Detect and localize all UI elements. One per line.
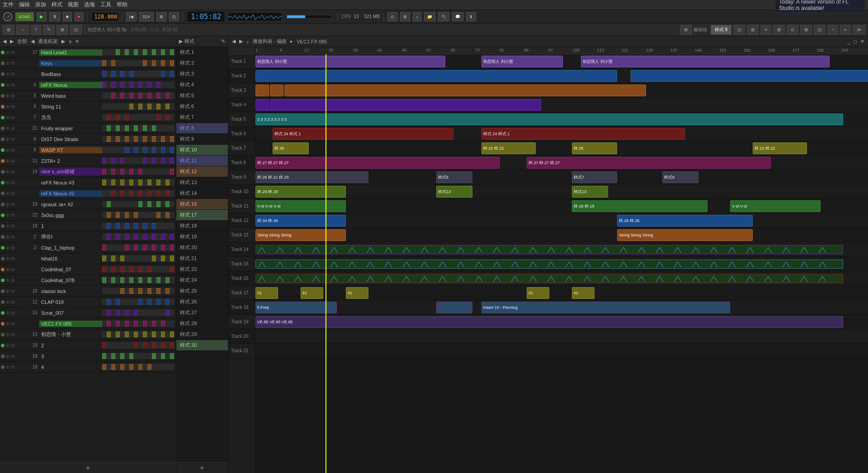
track-block[interactable]: 样.25 [572, 142, 617, 154]
beat-pad[interactable] [152, 353, 156, 359]
channel-name[interactable]: Weird bass [39, 93, 102, 99]
beat-pad[interactable] [143, 212, 147, 218]
beat-pad[interactable] [107, 342, 111, 348]
track-row[interactable]: 样.26 样.21 样.33样式6样式7样式6 [255, 170, 868, 184]
beat-pad[interactable] [129, 364, 133, 370]
beat-pad[interactable] [134, 245, 138, 251]
beat-pad[interactable] [170, 201, 174, 207]
beat-pad[interactable] [120, 201, 124, 207]
beat-pad[interactable] [134, 147, 138, 153]
beat-pad[interactable] [111, 147, 115, 153]
beat-pad[interactable] [165, 71, 170, 77]
beat-pad[interactable] [170, 353, 174, 359]
track-block[interactable]: 样.18 样.19 [572, 200, 708, 212]
beat-pad[interactable] [138, 364, 142, 370]
beat-pad[interactable] [129, 266, 133, 272]
beat-pad[interactable] [156, 342, 160, 348]
beat-pad[interactable] [125, 125, 129, 131]
beat-pad[interactable] [125, 277, 129, 283]
beat-pad[interactable] [138, 288, 142, 294]
pattern-item[interactable]: 样式 2 [176, 58, 228, 69]
beat-pad[interactable] [111, 331, 115, 337]
channel-pads[interactable] [102, 180, 175, 185]
menu-tools[interactable]: 工具 [100, 1, 111, 9]
channel-pads[interactable] [102, 147, 175, 153]
beat-pad[interactable] [116, 104, 120, 109]
track-block[interactable]: fi Freq [255, 302, 337, 313]
beat-pad[interactable] [170, 93, 174, 99]
record-button[interactable]: ● [75, 12, 84, 21]
beat-pad[interactable] [138, 255, 142, 261]
pattern-item[interactable]: 样式 3 [176, 69, 228, 80]
playlist-tool3[interactable]: ≡ [760, 25, 771, 35]
beat-pad[interactable] [107, 49, 111, 55]
beat-pad[interactable] [134, 82, 138, 88]
channel-name[interactable]: 2 [39, 343, 102, 348]
beat-pad[interactable] [116, 180, 120, 185]
beat-pad[interactable] [165, 104, 170, 109]
beat-pad[interactable] [134, 71, 138, 77]
tb2-btn2[interactable]: → [16, 25, 29, 35]
beat-pad[interactable] [156, 353, 160, 359]
beat-pad[interactable] [120, 299, 124, 305]
beat-pad[interactable] [161, 321, 165, 326]
beat-pad[interactable] [134, 364, 138, 370]
beat-pad[interactable] [156, 190, 160, 196]
beat-pad[interactable] [138, 321, 142, 326]
beat-pad[interactable] [147, 158, 151, 164]
beat-pad[interactable] [156, 310, 160, 316]
channel-name[interactable]: CLAP 019 [39, 299, 102, 305]
pattern-item[interactable]: 样式 1 [176, 47, 228, 58]
beat-pad[interactable] [143, 180, 147, 185]
track-block[interactable]: 样.22 样.22 [481, 142, 536, 154]
beat-pad[interactable] [125, 158, 129, 164]
beat-pad[interactable] [152, 190, 156, 196]
track-row[interactable]: 样.27 样.27 样.27样.27 样.27 样.27 [255, 156, 868, 170]
beat-pad[interactable] [102, 158, 106, 164]
loop-other[interactable]: ⊞ [156, 12, 166, 21]
menu-view[interactable]: 视图 [68, 1, 79, 9]
beat-pad[interactable] [125, 180, 129, 185]
beat-pad[interactable] [102, 212, 106, 218]
menu-help[interactable]: 帮助 [117, 1, 127, 9]
beat-pad[interactable] [129, 158, 133, 164]
beat-pad[interactable] [134, 321, 138, 326]
track-block[interactable]: 样式13 [572, 186, 608, 198]
beat-pad[interactable] [152, 49, 156, 55]
tb2-btn5[interactable]: ⊠ [57, 25, 68, 35]
channel-row[interactable]: 18 1 [0, 221, 176, 232]
pattern-item[interactable]: 样式 19 [176, 232, 228, 242]
beat-pad[interactable] [111, 82, 115, 88]
menu-edit[interactable]: 编辑 [19, 1, 30, 9]
track-row[interactable]: 样式 24 样式 1样式 24 样式 1 [255, 127, 868, 141]
channel-pads[interactable] [102, 331, 175, 337]
beat-pad[interactable] [170, 331, 174, 337]
beat-pad[interactable] [125, 82, 129, 88]
beat-pad[interactable] [165, 60, 170, 66]
beat-pad[interactable] [120, 104, 124, 109]
beat-pad[interactable] [125, 104, 129, 109]
beat-pad[interactable] [111, 104, 115, 109]
beat-pad[interactable] [156, 93, 160, 99]
beat-pad[interactable] [134, 342, 138, 348]
track-row[interactable]: 样.35样.22 样.22样.25样.22 样.22 [255, 141, 868, 156]
beat-pad[interactable] [116, 49, 120, 55]
beat-pad[interactable] [165, 82, 170, 88]
beat-pad[interactable] [147, 234, 151, 240]
beat-pad[interactable] [134, 299, 138, 305]
beat-pad[interactable] [116, 147, 120, 153]
beat-pad[interactable] [129, 60, 133, 66]
pattern-item[interactable]: 样式 21 [176, 253, 228, 264]
beat-pad[interactable] [120, 114, 124, 120]
beat-pad[interactable] [111, 114, 115, 120]
beat-pad[interactable] [165, 288, 170, 294]
beat-pad[interactable] [161, 158, 165, 164]
beat-pad[interactable] [138, 342, 142, 348]
beat-pad[interactable] [152, 125, 156, 131]
channel-name[interactable]: reFX Nexus #3 [39, 180, 102, 185]
track-block[interactable]: 样.35 [273, 142, 309, 154]
beat-pad[interactable] [156, 364, 160, 370]
beat-pad[interactable] [156, 212, 160, 218]
channel-name[interactable]: 4 [39, 364, 102, 370]
beat-pad[interactable] [165, 49, 170, 55]
